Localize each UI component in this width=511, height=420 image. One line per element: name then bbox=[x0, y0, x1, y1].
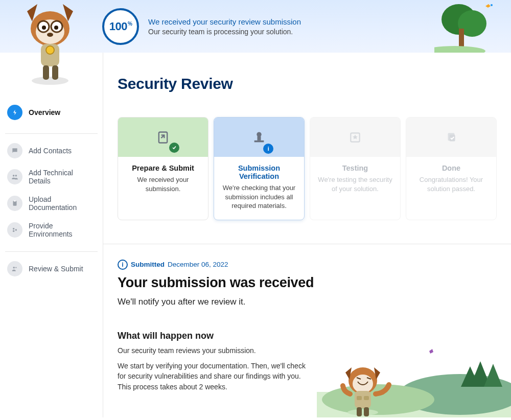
svg-point-11 bbox=[54, 26, 58, 30]
section-divider bbox=[103, 244, 511, 244]
nav-label: Provide Environments bbox=[29, 222, 96, 238]
svg-point-23 bbox=[13, 230, 15, 232]
svg-point-5 bbox=[32, 77, 68, 85]
nav-label: Review & Submit bbox=[29, 265, 83, 273]
svg-rect-27 bbox=[258, 136, 261, 140]
nav-label: Overview bbox=[29, 108, 60, 116]
mascot-illustration-icon bbox=[14, 0, 86, 86]
svg-rect-16 bbox=[52, 65, 58, 80]
people-icon bbox=[7, 169, 22, 184]
lightning-icon bbox=[7, 105, 22, 120]
progress-percent: 100% bbox=[109, 20, 132, 33]
sidebar-item-technical-details[interactable]: Add Technical Details bbox=[0, 164, 103, 190]
card-prepare-submit[interactable]: Prepare & Submit We received your submis… bbox=[118, 117, 208, 220]
nav-label: Upload Documentation bbox=[29, 195, 96, 212]
svg-point-21 bbox=[13, 228, 15, 230]
svg-rect-41 bbox=[357, 407, 362, 416]
what-happens-p1: Our security team reviews your submissio… bbox=[118, 345, 312, 356]
svg-point-17 bbox=[13, 175, 15, 177]
main-content: Security Review Prepare & Submit We rece… bbox=[103, 53, 511, 417]
nav-label: Add Technical Details bbox=[29, 169, 96, 185]
card-submission-verification[interactable]: i Submission Verification We're checking… bbox=[214, 117, 305, 220]
card-desc: We received your submission. bbox=[124, 175, 202, 193]
svg-point-28 bbox=[257, 132, 261, 136]
svg-point-14 bbox=[46, 46, 54, 54]
done-icon bbox=[445, 131, 458, 144]
card-desc: We're testing the security of your solut… bbox=[316, 175, 394, 193]
banner-text: We received your security review submiss… bbox=[148, 17, 301, 36]
submission-subtext: We'll notify you after we review it. bbox=[118, 297, 497, 307]
bottom-illustration-icon bbox=[317, 336, 511, 417]
submit-step-icon bbox=[156, 130, 170, 145]
banner-subtitle: Our security team is processing your sol… bbox=[148, 28, 301, 36]
svg-point-22 bbox=[15, 229, 17, 231]
svg-point-24 bbox=[13, 267, 15, 269]
sidebar-item-upload-documentation[interactable]: Upload Documentation bbox=[0, 190, 103, 217]
card-desc: Congratulations! Your solution passed. bbox=[412, 175, 490, 193]
sidebar-item-overview[interactable]: Overview bbox=[0, 100, 103, 125]
card-done[interactable]: Done Congratulations! Your solution pass… bbox=[406, 117, 497, 220]
status-word: Submitted bbox=[131, 261, 165, 268]
submit-icon bbox=[7, 261, 22, 276]
card-title: Testing bbox=[316, 164, 394, 172]
progress-cards: Prepare & Submit We received your submis… bbox=[118, 117, 497, 220]
stamp-icon bbox=[252, 130, 266, 145]
svg-rect-40 bbox=[364, 396, 369, 400]
svg-point-18 bbox=[15, 175, 17, 177]
svg-point-37 bbox=[353, 375, 373, 393]
info-icon: i bbox=[118, 260, 128, 270]
svg-point-34 bbox=[322, 384, 434, 415]
svg-rect-15 bbox=[43, 65, 49, 80]
status-date: December 06, 2022 bbox=[168, 261, 228, 268]
chat-icon bbox=[7, 143, 22, 158]
info-badge-icon: i bbox=[263, 144, 273, 154]
svg-rect-20 bbox=[14, 200, 16, 201]
clipboard-icon bbox=[7, 196, 22, 211]
sidebar: Overview Add Contacts Add Technical Deta… bbox=[0, 53, 103, 417]
sidebar-item-review-submit[interactable]: Review & Submit bbox=[0, 256, 103, 282]
status-line: i Submitted December 06, 2022 bbox=[118, 260, 497, 270]
svg-point-3 bbox=[491, 4, 493, 6]
banner-title: We received your security review submiss… bbox=[148, 17, 301, 26]
check-badge-icon bbox=[169, 143, 179, 153]
svg-point-12 bbox=[47, 33, 53, 37]
sidebar-item-add-contacts[interactable]: Add Contacts bbox=[0, 138, 103, 164]
svg-rect-39 bbox=[357, 396, 362, 400]
card-testing[interactable]: Testing We're testing the security of yo… bbox=[310, 117, 401, 220]
submission-heading: Your submission was received bbox=[118, 275, 497, 291]
card-desc: We're checking that your submission incl… bbox=[220, 183, 298, 211]
svg-rect-26 bbox=[254, 140, 264, 142]
progress-ring: 100% bbox=[102, 8, 139, 45]
svg-point-10 bbox=[42, 26, 46, 30]
divider bbox=[5, 251, 98, 252]
environments-icon bbox=[7, 222, 22, 238]
card-title: Submission Verification bbox=[220, 164, 298, 180]
svg-rect-19 bbox=[13, 201, 17, 205]
divider bbox=[5, 133, 98, 134]
svg-point-4 bbox=[434, 46, 485, 53]
nav-label: Add Contacts bbox=[29, 147, 72, 155]
page-title: Security Review bbox=[118, 75, 497, 92]
landscape-decoration-icon bbox=[434, 0, 511, 53]
what-happens-p2: We start by verifying your documentation… bbox=[118, 361, 312, 392]
testing-icon bbox=[349, 131, 362, 144]
sidebar-item-provide-environments[interactable]: Provide Environments bbox=[0, 217, 103, 243]
svg-rect-42 bbox=[364, 407, 369, 416]
card-title: Prepare & Submit bbox=[124, 164, 202, 172]
card-title: Done bbox=[412, 164, 490, 172]
svg-point-35 bbox=[347, 409, 378, 415]
svg-rect-25 bbox=[159, 132, 167, 143]
